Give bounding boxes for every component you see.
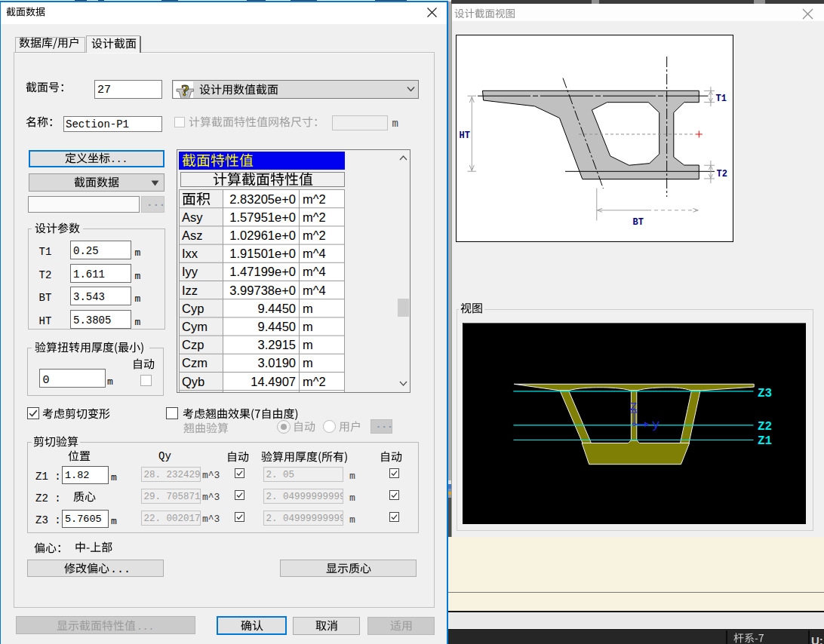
svg-text:?: ? xyxy=(181,81,189,100)
